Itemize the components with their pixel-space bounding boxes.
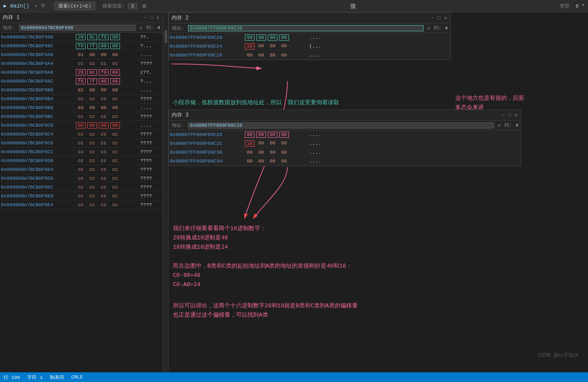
mem-byte: cc: [110, 140, 120, 146]
mem-byte: cc: [87, 114, 97, 119]
mem-address: 0x00007FF609F09C28: [170, 53, 245, 58]
mem-byte: 20: [76, 34, 86, 40]
status-ctrl: 制表符: [50, 374, 64, 381]
mem-ascii: ....: [309, 150, 321, 155]
memory3-cols: 4: [515, 123, 518, 128]
callout-endian: 小段存储，低权值数据放到低地址处，所以，我们这里要倒着读取: [173, 98, 339, 108]
maximize-btn-3[interactable]: □: [507, 113, 512, 118]
mem-byte: 06: [76, 122, 86, 129]
scroll-indicator[interactable]: [165, 30, 167, 43]
mem-ascii: ??.: [140, 34, 149, 40]
close-btn-3[interactable]: ✕: [513, 112, 518, 118]
mem-ascii: ....: [309, 35, 321, 40]
callout-conclusion-text: 所以可以得出，这两个十六进制数字28和18就是B类和C类到A类的偏移量 也正是通…: [173, 303, 358, 318]
mem-byte: 00: [256, 132, 266, 138]
mem-byte: 28: [76, 69, 86, 76]
mem-byte: cc: [99, 132, 109, 137]
minimize-btn-2[interactable]: −: [430, 15, 435, 21]
mem-bytes: 01000000: [76, 52, 138, 57]
mem-ascii: ....: [309, 53, 321, 58]
watermark: CSDN @ks不知火: [538, 352, 579, 359]
mem-byte: 09: [110, 34, 120, 40]
mem-bytes: cccccccc: [76, 185, 138, 190]
refresh-btn-2[interactable]: ↺: [427, 25, 430, 31]
mem-ascii: ????: [140, 202, 152, 208]
maximize-btn[interactable]: □: [149, 15, 154, 20]
callout-hex: 我们来仔细看看看两个16进制数字： 28转换成10进制是40 18转换成10进制…: [173, 224, 266, 252]
memory-panel-3: 内存 3 − □ ✕ 地址: 0x00007FF609F09C28 ↺ 列: 4…: [169, 110, 521, 166]
refresh-btn-3[interactable]: ↺: [498, 122, 501, 128]
table-row: 0x000000A7BCB0F6A4cccccccc????: [0, 59, 163, 68]
mem-byte: cc: [87, 202, 97, 208]
mem-byte: cc: [99, 158, 109, 163]
memory2-address[interactable]: 0x00007FF609F09C20: [188, 25, 424, 31]
mem-byte: cc: [76, 96, 86, 102]
mem-ascii: ????: [140, 132, 152, 137]
mem-ascii: ????: [140, 96, 152, 102]
close-btn[interactable]: ✕: [155, 15, 160, 20]
table-row: 0x000000A7BCB0F6B4cccccccc????: [0, 95, 163, 103]
memory2-controls[interactable]: − □ ✕: [430, 15, 448, 21]
memory3-address[interactable]: 0x00007FF609F09C28: [188, 122, 494, 129]
scroll-divider: [163, 12, 169, 372]
mem-byte: 00: [279, 140, 289, 147]
mem-byte: 00: [110, 122, 120, 129]
mem-byte: 00: [99, 52, 109, 57]
mem-address: 0x000000A7BCB0F6A0: [1, 52, 76, 57]
callout-offset-line2: C0-A8=24: [173, 280, 352, 290]
mem-byte: cc: [99, 193, 109, 199]
mem-byte: 00: [110, 78, 120, 84]
mem-address: 0x00007FF609F09C28: [170, 132, 245, 137]
mem-byte: 00: [245, 150, 255, 155]
memory-panel-1: 内存 1 − □ ✕ 地址: 0x000000A7BCB0F698 ↺ 列: 4…: [0, 12, 163, 372]
table-row: 0x00007FF609F09C2800000000....: [169, 51, 450, 60]
memory3-title: 内存 3: [172, 111, 188, 119]
mem-byte: 7f: [87, 78, 97, 84]
mem-byte: cc: [87, 193, 97, 199]
mem-byte: cc: [99, 185, 109, 190]
mem-bytes: 02000000: [76, 87, 138, 93]
mem-byte: 00: [268, 43, 277, 49]
mem-bytes: 00000000: [245, 34, 307, 41]
memory3-header: 内存 3 − □ ✕: [169, 110, 521, 121]
minimize-btn-3[interactable]: −: [501, 113, 506, 118]
memory2-header: 内存 2 − □ ✕: [169, 13, 450, 23]
mem-byte: 00: [245, 159, 255, 164]
table-row: 0x000000A7BCB0F6E0cccccccc????: [0, 192, 163, 200]
mem-ascii: ....: [309, 132, 321, 137]
mem-bytes: 00000000: [245, 159, 307, 164]
mem-byte: 00: [279, 53, 289, 58]
mem-byte: cc: [99, 140, 109, 146]
minimize-btn[interactable]: −: [142, 15, 147, 20]
mem-address: 0x000000A7BCB0F6A8: [1, 70, 76, 75]
memory1-controls[interactable]: − □ ✕: [142, 15, 160, 20]
status-row: 行 196: [4, 374, 20, 381]
memory3-content: 0x00007FF609F09C2800000000....0x00007FF6…: [169, 130, 521, 166]
mem-byte: 00: [99, 87, 109, 93]
mem-byte: 00: [110, 43, 120, 49]
table-row: 0x000000A7BCB0F6B803000000....: [0, 103, 163, 112]
table-row: 0x00007FF609F09C3400000000....: [169, 157, 521, 166]
mem-byte: 00: [99, 105, 109, 110]
search-label[interactable]: 搜索(Ctrl+E): [54, 2, 95, 10]
main-layout: 内存 1 − □ ✕ 地址: 0x000000A7BCB0F698 ↺ 列: 4…: [0, 12, 588, 372]
mem-bytes: f67f0000: [76, 78, 138, 84]
right-area: 内存 2 − □ ✕ 地址: 0x00007FF609F09C20 ↺ 列: 4…: [169, 12, 588, 372]
mem-bytes: cccccccc: [76, 114, 138, 119]
mem-byte: 18: [245, 140, 255, 147]
mem-byte: cc: [87, 167, 97, 172]
refresh-btn[interactable]: ↺: [139, 25, 142, 30]
cols-label-2: 列:: [434, 25, 442, 31]
maximize-btn-2[interactable]: □: [437, 15, 442, 21]
mem-bytes: cccccccc: [76, 149, 138, 155]
close-btn-2[interactable]: ✕: [443, 15, 448, 21]
table-row: 0x000000A7BCB0F6ACf67f0000?...: [0, 77, 163, 86]
memory1-address[interactable]: 0x000000A7BCB0F698: [19, 25, 136, 31]
mem-byte: cc: [99, 61, 109, 66]
mem-ascii: (??.: [140, 70, 152, 75]
memory3-controls[interactable]: − □ ✕: [501, 112, 518, 118]
mem-byte: 03: [76, 105, 86, 110]
mem-bytes: 289cf009: [76, 69, 138, 76]
mem-byte: cc: [76, 176, 86, 181]
top-bar-function-name: main(): [10, 3, 29, 9]
